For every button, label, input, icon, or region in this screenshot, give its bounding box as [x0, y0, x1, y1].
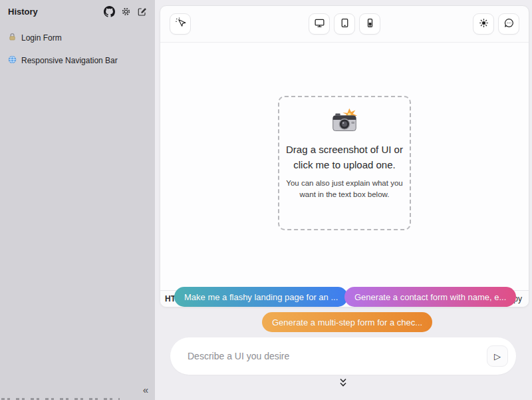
prompt-input[interactable] [188, 351, 487, 361]
tablet-view-button[interactable] [334, 13, 355, 35]
device-toggle-group [309, 13, 380, 35]
cursor-select-button[interactable] [170, 13, 191, 35]
suggestion-pill-contact-form[interactable]: Generate a contact form with name, e... [344, 287, 516, 307]
sidebar-collapse-button[interactable]: « [143, 385, 148, 395]
cursor-select-icon [174, 17, 186, 31]
sidebar-header: History [0, 0, 155, 17]
brightness-icon [478, 17, 489, 31]
suggestion-pill-landing-page[interactable]: Make me a flashy landing page for an ... [174, 287, 348, 307]
suggestion-pill-multistep-form[interactable]: Generate a multi-step form for a chec... [262, 312, 432, 332]
sidebar: History [0, 0, 155, 400]
upload-dropzone[interactable]: Drag a screenshot of UI or click me to u… [278, 96, 411, 230]
history-item-label: Login Form [21, 33, 62, 43]
chat-bubble-icon [503, 17, 515, 31]
globe-icon [8, 55, 17, 66]
camera-flash-icon [279, 108, 410, 136]
desktop-icon [314, 17, 325, 31]
tablet-icon [339, 17, 350, 31]
preview-card: Drag a screenshot of UI or click me to u… [160, 5, 529, 307]
history-list: Login Form Responsive Navigation Bar [0, 27, 155, 72]
preview-canvas: Drag a screenshot of UI or click me to u… [160, 43, 529, 290]
history-item-responsive-nav[interactable]: Responsive Navigation Bar [0, 49, 155, 72]
upload-title: Drag a screenshot of UI or click me to u… [279, 142, 410, 173]
history-item-login-form[interactable]: Login Form [0, 27, 155, 49]
lock-icon [8, 33, 17, 43]
github-icon[interactable] [104, 6, 115, 17]
send-button[interactable]: ▷ [487, 345, 508, 367]
upload-subtitle: You can also just explain what you want … [279, 178, 410, 201]
new-chat-icon[interactable] [137, 7, 147, 17]
prompt-bar: ▷ [170, 337, 516, 375]
suggestion-label: Generate a multi-step form for a chec... [272, 317, 422, 327]
mobile-icon [364, 17, 376, 31]
chat-toggle-button[interactable] [498, 13, 519, 35]
suggestion-label: Generate a contact form with name, e... [354, 292, 506, 302]
theme-toggle-button[interactable] [473, 13, 494, 35]
settings-gear-icon[interactable] [121, 7, 131, 17]
toolbar [160, 6, 529, 43]
sidebar-header-icons [104, 6, 147, 17]
toolbar-right-group [473, 13, 519, 35]
desktop-view-button[interactable] [309, 13, 330, 35]
history-title: History [8, 7, 38, 17]
scroll-down-button[interactable] [338, 377, 348, 391]
suggestion-label: Make me a flashy landing page for an ... [184, 292, 338, 302]
send-icon: ▷ [494, 351, 501, 361]
history-item-label: Responsive Navigation Bar [21, 56, 118, 65]
chevrons-down-icon [338, 379, 348, 391]
app-window: History [0, 0, 532, 400]
mobile-view-button[interactable] [359, 13, 380, 35]
